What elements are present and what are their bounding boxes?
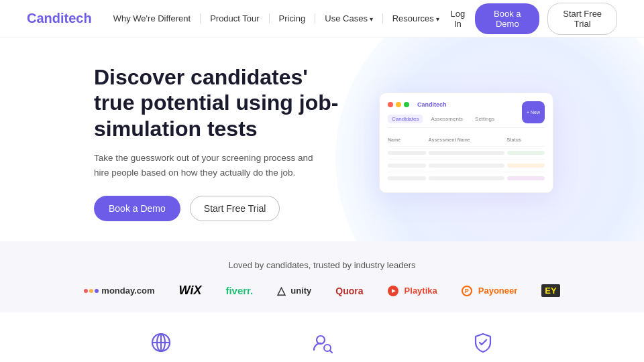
mockup-maximize-dot xyxy=(404,102,409,107)
logo-payoneer: P Payoneer xyxy=(462,286,518,296)
mockup-tabs: Candidates Assessments Settings + New xyxy=(388,115,545,128)
monday-dot-1 xyxy=(84,289,88,293)
mockup-new-button[interactable]: + New xyxy=(522,101,545,123)
unity-symbol: △ xyxy=(277,284,285,297)
nav-trial-button[interactable]: Start Free Trial xyxy=(547,3,617,35)
hero-image: Canditech Candidates Assessments Setting… xyxy=(342,93,590,193)
logo-wix: WiX xyxy=(179,284,202,298)
mockup-tab-candidates[interactable]: Candidates xyxy=(388,115,423,123)
playtika-icon xyxy=(388,286,398,296)
hero-subtitle: Take the guesswork out of your screening… xyxy=(94,151,322,180)
person-search-icon xyxy=(311,331,333,357)
mockup-table-header: Name Assessment Name Status xyxy=(388,137,545,142)
logo-quora: Quora xyxy=(335,286,363,296)
logo-ey: EY xyxy=(541,284,559,297)
mockup-tab-settings[interactable]: Settings xyxy=(471,115,498,123)
nav-actions: Log In Book a Demo Start Free Trial xyxy=(449,3,617,35)
nav-demo-button[interactable]: Book a Demo xyxy=(475,3,539,34)
feature-screening: All-In-One Screening Platform xyxy=(107,331,215,362)
mockup-col-name: Name xyxy=(388,137,426,142)
nav-link-product[interactable]: Product Tour xyxy=(201,13,269,23)
globe-icon xyxy=(150,331,172,357)
nav-link-why[interactable]: Why We're Different xyxy=(113,13,201,23)
monday-text: monday.com xyxy=(101,286,154,296)
hero-trial-button[interactable]: Start Free Trial xyxy=(190,196,280,221)
mockup-app-logo: Canditech xyxy=(417,101,447,108)
features-section: All-In-One Screening Platform No More Mi… xyxy=(0,312,644,362)
trusted-label: Loved by candidates, trusted by industry… xyxy=(229,260,416,270)
nav-links: Why We're Different Product Tour Pricing… xyxy=(113,13,449,23)
navbar: Canditech Why We're Different Product To… xyxy=(0,0,644,38)
fiverr-text: fiverr. xyxy=(225,285,253,296)
mockup-close-dot xyxy=(388,102,393,107)
mockup-window-controls: Canditech xyxy=(388,101,545,108)
feature-mishires: No More Mis-Hires xyxy=(268,331,376,362)
mockup-col-status: Status xyxy=(507,137,545,142)
nav-link-pricing[interactable]: Pricing xyxy=(270,13,316,23)
logo-fiverr: fiverr. xyxy=(225,285,253,296)
logo-monday: monday.com xyxy=(84,286,154,296)
mockup-col-assessment: Assessment Name xyxy=(429,137,504,142)
unity-text: unity xyxy=(290,286,311,296)
monday-dots xyxy=(84,289,99,293)
table-row xyxy=(388,172,545,184)
monday-dot-3 xyxy=(95,289,99,293)
quora-text: Quora xyxy=(335,286,363,296)
wix-text: WiX xyxy=(179,284,202,298)
nav-link-resources[interactable]: Resources xyxy=(383,13,449,23)
shield-check-icon xyxy=(472,331,494,357)
payoneer-icon: P xyxy=(462,286,472,296)
nav-logo[interactable]: Canditech xyxy=(27,11,92,26)
svg-line-6 xyxy=(330,351,332,353)
hero-buttons: Book a Demo Start Free Trial xyxy=(94,196,342,221)
table-row xyxy=(388,146,545,159)
feature-cheatproof: Cheat-Proof Assessments xyxy=(429,331,537,362)
hero-section: Discover candidates' true potential usin… xyxy=(0,38,644,241)
ey-text: EY xyxy=(541,284,559,297)
table-row xyxy=(388,159,545,172)
playtika-text: Playtika xyxy=(405,286,437,296)
login-button[interactable]: Log In xyxy=(449,9,468,29)
payoneer-text: Payoneer xyxy=(478,286,518,296)
hero-title: Discover candidates' true potential usin… xyxy=(94,64,342,141)
mockup-tab-assessments[interactable]: Assessments xyxy=(427,115,467,123)
logos-row: monday.com WiX fiverr. △ unity Quora Pla… xyxy=(84,284,559,298)
logo-playtika: Playtika xyxy=(388,286,437,296)
nav-link-usecases[interactable]: Use Cases xyxy=(315,13,382,23)
monday-dot-2 xyxy=(89,289,93,293)
logo-unity: △ unity xyxy=(277,284,311,297)
hero-demo-button[interactable]: Book a Demo xyxy=(94,196,180,221)
app-mockup: Canditech Candidates Assessments Setting… xyxy=(379,93,553,193)
mockup-minimize-dot xyxy=(396,102,401,107)
trusted-section: Loved by candidates, trusted by industry… xyxy=(0,241,644,312)
hero-content: Discover candidates' true potential usin… xyxy=(94,64,342,221)
